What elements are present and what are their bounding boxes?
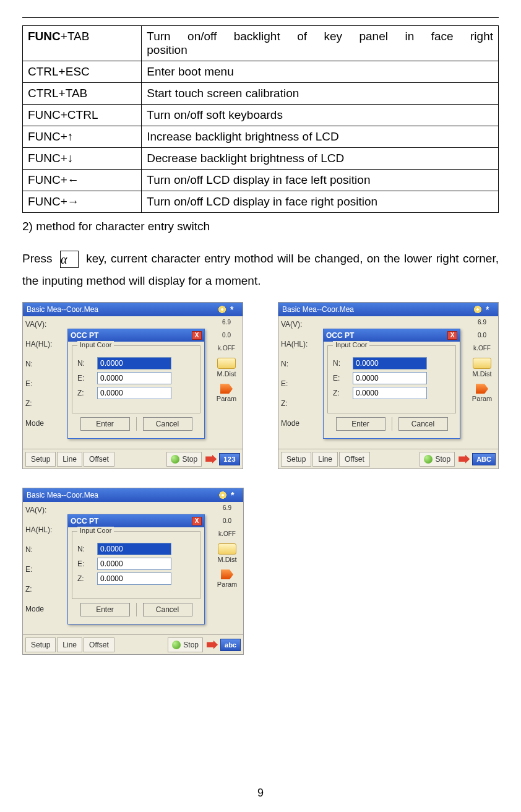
stop-icon [172,641,181,649]
shortcut-desc: Turn on/off LCD display in face right po… [142,191,499,213]
press-text-1: Press [22,252,53,265]
table-row: FUNC+CTRL Turn on/off soft keyboards [23,105,499,126]
red-arrow-icon [207,641,218,649]
mdist-icon[interactable] [218,543,236,555]
table-row: CTRL+ESC Enter boot menu [23,61,499,83]
mdist-icon[interactable] [473,358,491,369]
table-row: FUNC+← Turn on/off LCD display in face l… [23,170,499,191]
table-row: FUNC+TAB Turn on/off backlight of key pa… [23,26,499,61]
bluetooth-icon: * [230,305,239,314]
close-icon[interactable]: X [192,331,202,340]
key-bold: FUNC [28,30,61,43]
cancel-button[interactable]: Cancel [143,603,192,616]
key-cell: FUNC+↓ [23,148,142,170]
e-input[interactable] [97,558,171,570]
key-cell: FUNC+→ [23,191,142,213]
key-rest: +TAB [61,30,90,43]
z-input[interactable] [97,387,171,399]
n-input[interactable] [97,543,171,555]
alpha-key-icon: α [60,251,79,268]
shortcut-desc: Enter boot menu [142,61,499,83]
right-strip: 6.9 0.0 k.OFF M.Dist Param [212,316,241,450]
param-icon[interactable] [220,384,233,394]
line-button[interactable]: Line [312,452,338,467]
bluetooth-icon: * [231,491,239,499]
key-cell: FUNC+↑ [23,126,142,148]
red-arrow-icon [205,455,217,464]
input-mode-badge[interactable]: ABC [472,453,496,465]
setup-button[interactable]: Setup [281,452,311,467]
mdist-icon[interactable] [217,358,236,369]
shortcuts-table: FUNC+TAB Turn on/off backlight of key pa… [22,25,499,213]
fieldset-legend: Input Coor [77,341,114,348]
cancel-button[interactable]: Cancel [398,417,448,431]
n-input[interactable] [353,357,427,369]
titlebar: Basic Mea--Coor.Mea * [23,303,243,316]
left-labels: VA(V): HA(HL): N: E: Z: Mode [23,316,60,450]
gear-icon [473,305,482,314]
input-mode-badge[interactable]: 123 [219,453,240,465]
gear-icon [218,491,227,499]
key-cell: CTRL+ESC [23,61,142,83]
bluetooth-icon: * [486,305,494,314]
param-icon[interactable] [221,569,233,579]
offset-button[interactable]: Offset [84,637,114,652]
enter-button[interactable]: Enter [80,603,130,616]
z-input[interactable] [353,387,427,399]
press-paragraph: Press α key, current character entry mot… [22,248,499,292]
offset-button[interactable]: Offset [84,452,114,467]
occ-pt-dialog: OCC PT X Input Coor N: E: Z: Enter Cance… [67,329,205,439]
toolbar: Setup Line Offset Stop 123 [23,449,243,469]
shortcut-desc: Turn on/off backlight of key panel in fa… [147,30,493,43]
table-row: FUNC+↑ Increase backlight brightness of … [23,126,499,148]
shortcut-desc: Start touch screen calibration [142,83,499,105]
stop-icon [424,455,433,464]
window-title: Basic Mea--Coor.Mea [27,305,98,314]
param-icon[interactable] [476,384,488,394]
screenshot-abc-lower: Basic Mea--Coor.Mea* VA(V): HA(HL): N: E… [22,488,244,655]
method-heading: 2) method for character entry switch [22,215,499,238]
shortcut-desc: Decrease backlight brightness of LCD [142,148,499,170]
z-input[interactable] [97,572,171,585]
stop-icon [171,455,179,464]
dialog-titlebar: OCC PT X [68,329,204,342]
setup-button[interactable]: Setup [25,452,56,467]
offset-button[interactable]: Offset [339,452,370,467]
enter-button[interactable]: Enter [80,417,130,431]
e-input[interactable] [97,372,171,384]
key-cell: FUNC+CTRL [23,105,142,126]
press-text-2: key, current character entry mothod will… [22,252,499,287]
gear-icon [218,305,226,314]
e-input[interactable] [353,372,427,384]
close-icon[interactable]: X [192,517,202,525]
stop-button[interactable]: Stop [166,452,202,467]
n-input[interactable] [97,357,171,369]
cancel-button[interactable]: Cancel [143,417,192,431]
screenshot-123: Basic Mea--Coor.Mea * VA(V): HA(HL): N: … [22,302,243,469]
table-row: FUNC+→ Turn on/off LCD display in face r… [23,191,499,213]
page-number: 9 [257,787,264,800]
line-button[interactable]: Line [57,637,82,652]
shortcut-desc: Increase backlight brightness of LCD [142,126,499,148]
line-button[interactable]: Line [57,452,82,467]
setup-button[interactable]: Setup [25,637,56,652]
enter-button[interactable]: Enter [336,417,385,431]
close-icon[interactable]: X [447,331,457,340]
input-mode-badge[interactable]: abc [220,639,241,651]
table-row: CTRL+TAB Start touch screen calibration [23,83,499,105]
shortcut-desc: Turn on/off LCD display in face left pos… [142,170,499,191]
shortcut-desc: Turn on/off soft keyboards [142,105,499,126]
key-cell: FUNC+← [23,170,142,191]
red-arrow-icon [459,455,470,464]
stop-button[interactable]: Stop [168,637,203,652]
table-row: FUNC+↓ Decrease backlight brightness of … [23,148,499,170]
screenshot-abc-upper: Basic Mea--Coor.Mea* VA(V): HA(HL): N: E… [278,302,499,469]
key-cell: CTRL+TAB [23,83,142,105]
stop-button[interactable]: Stop [420,452,455,467]
